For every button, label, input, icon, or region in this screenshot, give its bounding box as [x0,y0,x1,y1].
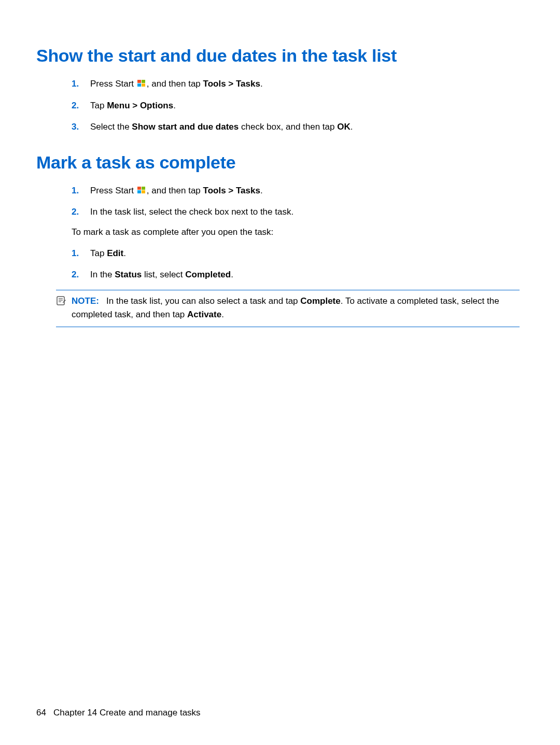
step: 2. In the Status list, select Completed. [72,268,524,282]
step-text: Select the Show start and due dates chec… [90,120,524,134]
step-text: Tap Menu > Options. [90,99,524,113]
steps-section2b: 1. Tap Edit. 2. In the Status list, sele… [72,247,524,282]
text: , and then tap [147,79,203,89]
page-number: 64 [36,708,46,718]
text-bold: Activate [187,310,221,319]
text: In the task list, you can also select a … [106,296,300,306]
svg-rect-3 [142,83,145,87]
step-number: 3. [72,120,90,134]
windows-start-icon [137,187,146,194]
text-bold: Menu > Options [107,101,173,110]
steps-section2a: 1. Press Start , and then tap Tools > Ta… [72,184,524,219]
svg-rect-1 [142,80,145,83]
text-bold: Tools > Tasks [203,79,260,89]
text: , and then tap [147,186,203,195]
text: Select the [90,122,132,132]
step-number: 1. [72,184,90,198]
step-text: Press Start , and then tap Tools > Tasks… [90,184,524,198]
svg-rect-4 [137,187,141,190]
text: Tap [90,248,107,258]
step-number: 1. [72,247,90,260]
step: 2. Tap Menu > Options. [72,99,524,113]
step-text: In the Status list, select Completed. [90,268,524,282]
text: . [351,122,353,132]
text-bold: Tools > Tasks [203,186,260,195]
text: . [221,310,224,319]
steps-section1: 1. Press Start , and then tap Tools > Ta… [72,77,524,134]
text-bold: Status [115,270,142,279]
text: . [260,186,263,195]
note-block: NOTE: In the task list, you can also sel… [56,290,520,328]
svg-rect-7 [142,190,145,193]
step: 1. Press Start , and then tap Tools > Ta… [72,77,524,91]
page-footer: 64 Chapter 14 Create and manage tasks [36,708,201,718]
text: Tap [90,101,107,110]
text-bold: OK [337,122,351,132]
note-label: NOTE: [72,296,99,306]
step-number: 2. [72,268,90,282]
svg-rect-5 [142,187,145,190]
text: . [173,101,176,110]
note-icon [56,296,66,306]
step: 1. Press Start , and then tap Tools > Ta… [72,184,524,198]
heading-mark-complete: Mark a task as complete [36,152,524,173]
step-number: 1. [72,77,90,91]
text: Press Start [90,79,136,89]
step-number: 2. [72,99,90,113]
text-bold: Show start and due dates [132,122,239,132]
text: In the task list, select the check box n… [90,207,293,217]
text-bold: Complete [300,296,340,306]
heading-show-dates: Show the start and due dates in the task… [36,46,524,66]
step: 2. In the task list, select the check bo… [72,205,524,219]
svg-rect-8 [57,297,64,305]
text: . [260,79,263,89]
step-number: 2. [72,205,90,219]
svg-rect-0 [137,80,141,83]
text-bold: Edit [107,248,123,258]
svg-rect-2 [137,83,141,87]
text-bold: Completed [185,270,231,279]
text: . [231,270,233,279]
step: 1. Tap Edit. [72,247,524,260]
step: 3. Select the Show start and due dates c… [72,120,524,134]
step-text: Press Start , and then tap Tools > Tasks… [90,77,524,91]
text: Press Start [90,186,136,195]
svg-rect-6 [137,190,141,193]
windows-start-icon [137,80,146,87]
note-text: NOTE: In the task list, you can also sel… [72,294,520,322]
text: list, select [142,270,185,279]
step-text: In the task list, select the check box n… [90,205,524,219]
chapter-title: Chapter 14 Create and manage tasks [53,708,201,718]
paragraph: To mark a task as complete after you ope… [72,227,524,237]
text: In the [90,270,115,279]
text: . [123,248,126,258]
step-text: Tap Edit. [90,247,524,260]
text: check box, and then tap [239,122,337,132]
